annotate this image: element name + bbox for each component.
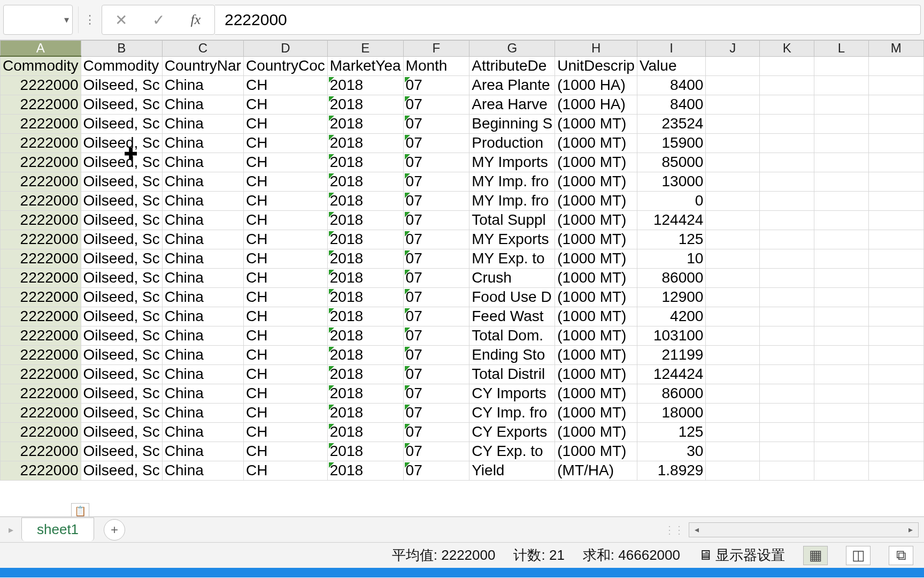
cell[interactable]: CH	[243, 172, 327, 191]
header-cell[interactable]	[760, 56, 814, 75]
cell[interactable]: 2222000	[1, 249, 81, 268]
cell[interactable]	[814, 230, 868, 249]
cell[interactable]	[706, 210, 760, 230]
cell[interactable]	[706, 403, 760, 422]
cell[interactable]: 2018	[327, 249, 403, 268]
cell[interactable]	[760, 268, 814, 287]
col-header-M[interactable]: M	[868, 41, 923, 57]
cell[interactable]: China	[162, 75, 243, 95]
cell[interactable]	[814, 191, 868, 210]
cell[interactable]: CH	[243, 442, 327, 461]
cell[interactable]	[706, 249, 760, 268]
cell[interactable]: (1000 MT)	[555, 384, 637, 403]
cell[interactable]: CH	[243, 191, 327, 210]
cell[interactable]: 2018	[327, 442, 403, 461]
cell[interactable]: 2222000	[1, 326, 81, 345]
cell[interactable]	[760, 153, 814, 172]
cell[interactable]	[706, 307, 760, 326]
cell[interactable]	[814, 172, 868, 191]
cell[interactable]	[760, 364, 814, 384]
cell[interactable]: Beginning S	[469, 114, 555, 133]
cell[interactable]: 2222000	[1, 307, 81, 326]
cell[interactable]: CH	[243, 384, 327, 403]
cell[interactable]: CH	[243, 461, 327, 480]
cell[interactable]: (1000 MT)	[555, 133, 637, 153]
cell[interactable]: 2018	[327, 75, 403, 95]
cell[interactable]: 07	[403, 191, 469, 210]
cell[interactable]: 86000	[637, 384, 705, 403]
cell[interactable]: Production	[469, 133, 555, 153]
cell[interactable]: 2222000	[1, 287, 81, 307]
cell[interactable]: (1000 MT)	[555, 191, 637, 210]
cell[interactable]: MY Imports	[469, 153, 555, 172]
cell[interactable]: 2018	[327, 422, 403, 442]
cell[interactable]	[868, 287, 923, 307]
cell[interactable]: CH	[243, 153, 327, 172]
cell[interactable]: Oilseed, Sc	[81, 307, 162, 326]
cell[interactable]	[868, 249, 923, 268]
cell[interactable]	[868, 268, 923, 287]
cell[interactable]: Crush	[469, 268, 555, 287]
cell[interactable]	[706, 75, 760, 95]
cell[interactable]: 07	[403, 230, 469, 249]
cell[interactable]: 8400	[637, 95, 705, 114]
cell[interactable]: 2222000	[1, 268, 81, 287]
cell[interactable]	[814, 268, 868, 287]
cell[interactable]: 07	[403, 114, 469, 133]
cell[interactable]: 2222000	[1, 210, 81, 230]
col-header-B[interactable]: B	[81, 41, 162, 57]
cell[interactable]: 2222000	[1, 153, 81, 172]
cell[interactable]: Oilseed, Sc	[81, 210, 162, 230]
cell[interactable]: 2018	[327, 326, 403, 345]
cell[interactable]: Oilseed, Sc	[81, 345, 162, 364]
cell[interactable]: 125	[637, 230, 705, 249]
cell[interactable]: (1000 MT)	[555, 249, 637, 268]
cell[interactable]	[814, 326, 868, 345]
cell[interactable]: MY Imp. fro	[469, 172, 555, 191]
col-header-J[interactable]: J	[706, 41, 760, 57]
cell[interactable]: 07	[403, 153, 469, 172]
cell[interactable]	[706, 95, 760, 114]
cell[interactable]: CH	[243, 95, 327, 114]
cell[interactable]: (1000 MT)	[555, 114, 637, 133]
cell[interactable]	[868, 326, 923, 345]
cell[interactable]: CY Exp. to	[469, 442, 555, 461]
cell[interactable]	[760, 422, 814, 442]
col-header-D[interactable]: D	[243, 41, 327, 57]
cell[interactable]: Oilseed, Sc	[81, 422, 162, 442]
cell[interactable]: 07	[403, 172, 469, 191]
cell[interactable]: Oilseed, Sc	[81, 75, 162, 95]
cell[interactable]	[760, 210, 814, 230]
cell[interactable]	[760, 191, 814, 210]
header-cell[interactable]: CountryCoc	[243, 56, 327, 75]
cell[interactable]: China	[162, 307, 243, 326]
cell[interactable]: 2018	[327, 114, 403, 133]
cell[interactable]	[706, 422, 760, 442]
cell[interactable]: CH	[243, 326, 327, 345]
cell[interactable]	[760, 114, 814, 133]
col-header-H[interactable]: H	[555, 41, 637, 57]
cell[interactable]	[760, 75, 814, 95]
cell[interactable]	[814, 422, 868, 442]
header-cell[interactable]	[706, 56, 760, 75]
cell[interactable]: 07	[403, 307, 469, 326]
cell[interactable]: 07	[403, 95, 469, 114]
cell[interactable]: China	[162, 345, 243, 364]
cell[interactable]: CH	[243, 307, 327, 326]
cell[interactable]	[706, 268, 760, 287]
cell[interactable]: 2018	[327, 268, 403, 287]
cell[interactable]: Oilseed, Sc	[81, 442, 162, 461]
name-box[interactable]: ▾	[3, 5, 73, 35]
cell[interactable]: 07	[403, 75, 469, 95]
cell[interactable]: Yield	[469, 461, 555, 480]
header-cell[interactable]	[868, 56, 923, 75]
cell[interactable]: China	[162, 210, 243, 230]
cell[interactable]: Oilseed, Sc	[81, 191, 162, 210]
cell[interactable]: 124424	[637, 210, 705, 230]
cell[interactable]	[760, 307, 814, 326]
cell[interactable]	[706, 384, 760, 403]
cell[interactable]: Oilseed, Sc	[81, 364, 162, 384]
cell[interactable]: Oilseed, Sc	[81, 461, 162, 480]
cell[interactable]: (1000 MT)	[555, 345, 637, 364]
cell[interactable]: 07	[403, 461, 469, 480]
